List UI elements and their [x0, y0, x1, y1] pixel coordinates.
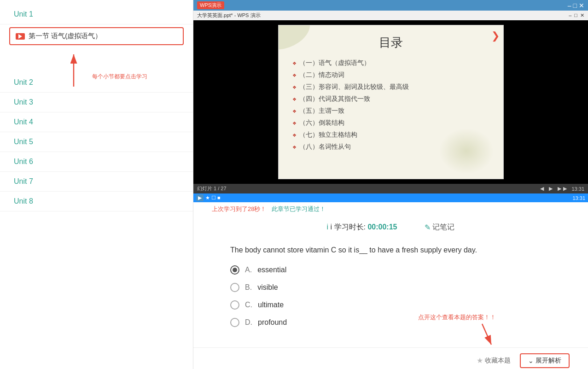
video-bottom-bar: 幻灯片 1 / 27 ◀ ▶ ▶▶ 13:31 [193, 184, 588, 193]
minimize-icon[interactable]: – [568, 2, 571, 9]
option-c[interactable]: C. ultimate [230, 300, 551, 310]
study-time-row: i i 学习时长: 00:00:15 ✎ 记笔记 [212, 215, 570, 237]
controls-icons: ◀ ▶ ▶▶ [540, 186, 569, 192]
slide-ornament-topleft [279, 25, 315, 62]
sidebar: Unit 1 第一节 语气(虚拟语气） 每个小节都要点击学习 Unit 2 Un… [0, 0, 193, 369]
last-study-text: 上次学习到了28秒！ [212, 205, 266, 213]
radio-c[interactable] [230, 300, 239, 310]
wps-close-icon[interactable]: ✕ [580, 12, 584, 18]
option-b[interactable]: B. visible [230, 283, 551, 292]
active-section-label: 第一节 语气(虚拟语气） [29, 32, 102, 41]
answer-annotation-area: 点开这个查看本题的答案！！ [418, 313, 496, 349]
expand-button[interactable]: ⌄ 展开解析 [520, 353, 570, 368]
video-container: WPS演示 – □ ✕ 大学英英面.ppt* - WPS 演示 – □ ✕ [193, 0, 588, 202]
radio-d[interactable] [230, 318, 239, 327]
sidebar-item-unit5[interactable]: Unit 5 [0, 132, 193, 152]
slide-title: 目录 [292, 35, 489, 51]
wps-badge: WPS演示 [197, 1, 224, 9]
sidebar-annotation: 每个小节都要点击学习 [92, 73, 147, 81]
study-status: 上次学习到了28秒！ 此章节已学习通过！ [212, 205, 570, 213]
option-c-label: C. [245, 301, 252, 309]
option-a-text: essential [257, 266, 286, 274]
option-d[interactable]: D. profound [230, 318, 551, 327]
note-icon: ✎ [425, 223, 431, 232]
slide-content: ❯ 目录 （一）语气（虚拟语气） （二）情态动词 （三）形容词、副词及比较级、最… [278, 25, 504, 179]
start-icon: ▶ [196, 194, 204, 201]
video-top-bar: WPS演示 – □ ✕ [193, 0, 588, 11]
radio-a-inner [233, 268, 237, 272]
slide-progress: 幻灯片 1 / 27 [197, 185, 227, 192]
chevron-down-icon: ⌄ [528, 357, 534, 364]
option-a-label: A. [245, 266, 252, 274]
option-d-text: profound [258, 318, 287, 327]
radio-b[interactable] [230, 283, 239, 292]
slide-arrow-right: ❯ [491, 30, 500, 42]
answer-arrow-svg [468, 322, 496, 349]
sidebar-item-unit8[interactable]: Unit 8 [0, 192, 193, 211]
svg-line-4 [482, 324, 491, 345]
restore-icon[interactable]: □ [573, 2, 577, 9]
duration-label: i i 学习时长: 00:00:15 [327, 223, 397, 232]
chapter-passed-text: 此章节已学习通过！ [272, 205, 326, 213]
below-video: 上次学习到了28秒！ 此章节已学习通过！ i i 学习时长: 00:00:15 … [193, 202, 588, 237]
taskbar: ▶ ★ ☐ ■ 13:31 [193, 193, 588, 202]
option-b-text: visible [257, 283, 278, 292]
sidebar-item-unit1[interactable]: Unit 1 [0, 5, 193, 24]
time-display: 13:31 [571, 186, 584, 192]
close-icon[interactable]: ✕ [579, 2, 584, 9]
note-button[interactable]: ✎ 记笔记 [425, 223, 454, 232]
wps-max-icon[interactable]: □ [574, 12, 577, 18]
options-list: A. essential B. visible C. ultimate D. p… [230, 265, 551, 327]
svg-point-2 [279, 25, 315, 57]
slide-ornament-bottom [439, 128, 494, 174]
star-icon: ★ [477, 356, 483, 365]
sidebar-item-unit7[interactable]: Unit 7 [0, 172, 193, 192]
option-b-label: B. [245, 283, 252, 292]
question-area: The body cannot store vitamin C so it is… [193, 237, 588, 343]
slide-item-6: （六）倒装结构 [292, 119, 489, 127]
favorite-button[interactable]: ★ 收藏本题 [477, 356, 511, 365]
taskbar-time: 13:31 [572, 195, 585, 201]
expand-label: 展开解析 [536, 357, 561, 365]
option-c-text: ultimate [258, 301, 284, 309]
slide-item-5: （五）主谓一致 [292, 107, 489, 115]
slide-area: ❯ 目录 （一）语气（虚拟语气） （二）情态动词 （三）形容词、副词及比较级、最… [193, 20, 588, 184]
slide-item-1: （一）语气（虚拟语气） [292, 59, 489, 67]
play-icon [16, 33, 25, 40]
duration-value: 00:00:15 [367, 223, 397, 231]
video-title-bar: 大学英英面.ppt* - WPS 演示 – □ ✕ [193, 11, 588, 20]
slide-title-text: 大学英英面.ppt* - WPS 演示 [197, 12, 261, 19]
answer-annotation-text: 点开这个查看本题的答案！！ [418, 313, 496, 322]
question-footer: 点开这个查看本题的答案！！ ★ 收藏本题 ⌄ 展开解析 [193, 347, 588, 369]
main-content: WPS演示 – □ ✕ 大学英英面.ppt* - WPS 演示 – □ ✕ [193, 0, 588, 369]
question-text: The body cannot store vitamin C so it is… [230, 244, 551, 256]
option-a[interactable]: A. essential [230, 265, 551, 275]
favorite-label: 收藏本题 [485, 357, 511, 365]
active-section-box[interactable]: 第一节 语气(虚拟语气） [9, 27, 184, 45]
taskbar-icons: ★ ☐ ■ [205, 195, 221, 201]
sidebar-item-unit6[interactable]: Unit 6 [0, 152, 193, 172]
option-d-label: D. [245, 318, 252, 327]
wps-min-icon[interactable]: – [569, 12, 571, 18]
slide-item-2: （二）情态动词 [292, 71, 489, 79]
sidebar-item-unit4[interactable]: Unit 4 [0, 112, 193, 132]
slide-item-3: （三）形容词、副词及比较级、最高级 [292, 83, 489, 91]
radio-a[interactable] [230, 265, 239, 275]
slide-item-4: （四）代词及其指代一致 [292, 95, 489, 103]
